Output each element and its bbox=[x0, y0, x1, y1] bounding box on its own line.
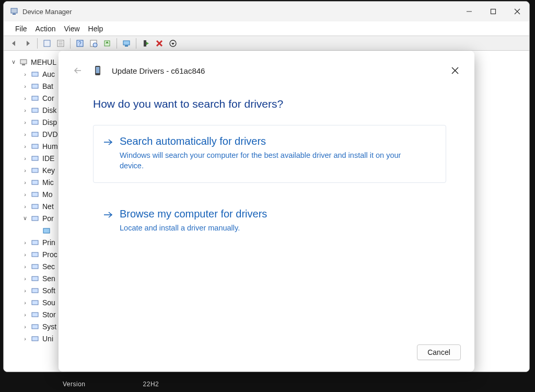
computer-icon bbox=[19, 57, 28, 67]
device-category-icon bbox=[30, 322, 40, 331]
background-statusbar: Version 22H2 bbox=[0, 376, 535, 392]
device-category-icon bbox=[30, 262, 40, 271]
device-category-icon bbox=[30, 178, 40, 187]
svg-rect-1 bbox=[13, 14, 16, 15]
toolbar-enable-icon[interactable] bbox=[139, 38, 152, 49]
device-category-icon bbox=[30, 334, 40, 343]
svg-marker-26 bbox=[171, 43, 175, 45]
dialog-close-button[interactable] bbox=[449, 65, 461, 76]
device-category-icon bbox=[30, 202, 40, 211]
toolbar-back-icon[interactable] bbox=[8, 38, 20, 49]
svg-point-16 bbox=[93, 43, 97, 47]
toolbar-forward-icon[interactable] bbox=[21, 38, 34, 49]
svg-rect-54 bbox=[96, 67, 100, 73]
svg-rect-40 bbox=[32, 204, 38, 209]
svg-marker-22 bbox=[146, 42, 149, 45]
minimize-button[interactable] bbox=[457, 2, 481, 21]
svg-rect-39 bbox=[32, 192, 38, 197]
svg-rect-30 bbox=[32, 84, 38, 88]
device-category-icon bbox=[30, 286, 40, 295]
device-category-icon bbox=[30, 130, 40, 139]
window-controls bbox=[457, 2, 529, 21]
device-icon bbox=[42, 226, 51, 235]
menu-file[interactable]: File bbox=[12, 24, 30, 34]
svg-rect-48 bbox=[32, 301, 38, 305]
device-category-icon bbox=[30, 94, 40, 103]
svg-rect-20 bbox=[125, 45, 128, 47]
device-category-icon bbox=[30, 106, 40, 115]
svg-rect-8 bbox=[44, 40, 50, 47]
status-version-value: 22H2 bbox=[143, 381, 159, 388]
svg-rect-34 bbox=[32, 132, 38, 136]
svg-text:?: ? bbox=[78, 41, 82, 47]
option-title: Search automatically for drivers bbox=[120, 135, 434, 147]
dialog-body: How do you want to search for drivers? S… bbox=[72, 81, 461, 246]
back-arrow-icon[interactable] bbox=[72, 65, 84, 76]
svg-rect-21 bbox=[144, 40, 146, 47]
toolbar-scan-icon[interactable] bbox=[87, 38, 100, 49]
svg-rect-41 bbox=[32, 216, 38, 221]
option-browse-computer[interactable]: Browse my computer for drivers Locate an… bbox=[93, 198, 446, 246]
svg-rect-19 bbox=[123, 41, 130, 45]
svg-rect-33 bbox=[32, 120, 38, 124]
device-category-icon bbox=[30, 70, 40, 79]
svg-rect-32 bbox=[32, 108, 38, 112]
device-category-icon bbox=[30, 118, 40, 127]
toolbar-update-icon[interactable] bbox=[101, 38, 113, 49]
svg-rect-38 bbox=[32, 180, 38, 185]
device-category-icon bbox=[30, 166, 40, 175]
device-category-icon bbox=[30, 82, 40, 91]
svg-rect-35 bbox=[32, 144, 38, 148]
cancel-button[interactable]: Cancel bbox=[417, 344, 461, 360]
svg-rect-47 bbox=[32, 289, 38, 293]
menu-help[interactable]: Help bbox=[85, 24, 107, 34]
toolbar-uninstall-icon[interactable] bbox=[153, 38, 166, 49]
option-title: Browse my computer for drivers bbox=[120, 207, 434, 220]
device-category-icon bbox=[30, 238, 40, 247]
svg-rect-37 bbox=[32, 168, 38, 172]
svg-rect-36 bbox=[32, 156, 38, 160]
device-category-icon bbox=[30, 154, 40, 163]
svg-rect-0 bbox=[11, 8, 17, 13]
device-category-icon bbox=[30, 274, 40, 283]
menu-view[interactable]: View bbox=[61, 24, 83, 34]
svg-rect-49 bbox=[32, 313, 38, 317]
option-desc: Locate and install a driver manually. bbox=[120, 223, 402, 234]
toolbar-help-icon[interactable]: ? bbox=[74, 38, 86, 49]
svg-rect-29 bbox=[32, 72, 38, 76]
svg-marker-7 bbox=[27, 41, 30, 46]
dialog-header: Update Drivers - c61ac846 bbox=[72, 60, 461, 81]
menubar: File Action View Help bbox=[4, 21, 529, 36]
maximize-button[interactable] bbox=[481, 2, 505, 21]
device-category-icon bbox=[30, 310, 40, 319]
status-version-label: Version bbox=[63, 381, 86, 388]
svg-marker-6 bbox=[12, 41, 15, 46]
svg-rect-44 bbox=[32, 252, 38, 257]
svg-rect-45 bbox=[32, 264, 38, 269]
dialog-title: Update Drivers - c61ac846 bbox=[112, 66, 205, 75]
device-category-icon bbox=[30, 250, 40, 259]
close-button[interactable] bbox=[505, 2, 529, 21]
toolbar-down-icon[interactable] bbox=[167, 38, 179, 49]
arrow-right-icon bbox=[103, 210, 113, 236]
option-search-automatically[interactable]: Search automatically for drivers Windows… bbox=[93, 125, 446, 183]
svg-rect-42 bbox=[43, 228, 50, 233]
toolbar-monitor-icon[interactable] bbox=[120, 38, 133, 49]
menu-action[interactable]: Action bbox=[32, 24, 59, 34]
toolbar-properties-icon[interactable] bbox=[54, 38, 67, 49]
device-category-icon bbox=[30, 142, 40, 151]
device-manager-icon bbox=[10, 7, 18, 16]
toolbar-detail-icon[interactable] bbox=[41, 38, 53, 49]
update-drivers-dialog: Update Drivers - c61ac846 How do you wan… bbox=[59, 51, 474, 372]
svg-rect-28 bbox=[22, 64, 25, 65]
arrow-right-icon bbox=[103, 137, 113, 173]
option-desc: Windows will search your computer for th… bbox=[120, 151, 402, 171]
svg-rect-50 bbox=[32, 325, 38, 329]
svg-rect-46 bbox=[32, 276, 38, 281]
svg-rect-51 bbox=[32, 337, 38, 341]
device-category-icon bbox=[30, 298, 40, 307]
device-icon bbox=[93, 65, 102, 76]
dialog-question: How do you want to search for drivers? bbox=[93, 98, 446, 110]
window-title: Device Manager bbox=[22, 8, 72, 16]
svg-rect-43 bbox=[32, 240, 38, 245]
